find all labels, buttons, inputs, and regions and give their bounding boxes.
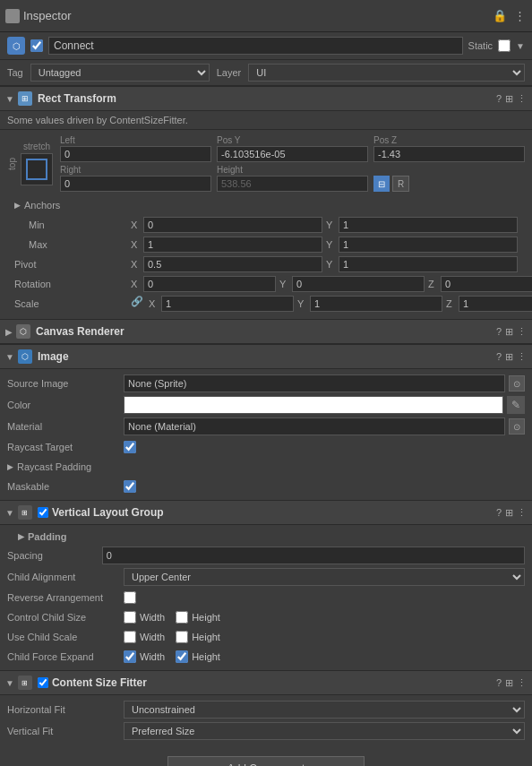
rot-x-label: X — [131, 279, 142, 289]
lock-icon[interactable]: 🔒 — [493, 9, 507, 23]
control-width-checkbox[interactable] — [124, 611, 136, 624]
rect-transform-body: top stretch Left Pos Y Pos Z — [0, 130, 532, 319]
height-input[interactable] — [217, 176, 368, 192]
vlg-header[interactable]: ▼ ⊞ Vertical Layout Group ? ⊞ ⋮ — [0, 500, 532, 525]
canvas-renderer-header[interactable]: ▶ ⬡ Canvas Renderer ? ⊞ ⋮ — [0, 319, 532, 344]
scale-x-input[interactable] — [161, 296, 294, 312]
max-y-label: Y — [326, 239, 337, 250]
spacing-input[interactable] — [102, 547, 525, 564]
anchor-btn-2[interactable]: R — [392, 176, 409, 192]
image-header[interactable]: ▼ ⬡ Image ? ⊞ ⋮ — [0, 344, 532, 369]
color-picker-btn[interactable]: ✎ — [507, 396, 525, 414]
csf-header[interactable]: ▼ ⊞ Content Size Fitter ? ⊞ ⋮ — [0, 670, 532, 695]
vlg-settings[interactable]: ⊞ — [505, 507, 513, 519]
child-alignment-row: Child Alignment Upper Center Upper Left … — [0, 566, 532, 588]
image-menu[interactable]: ⋮ — [517, 351, 527, 363]
force-expand-height-checkbox[interactable] — [176, 650, 188, 663]
tag-select[interactable]: Untagged — [30, 64, 210, 82]
pos-y-input[interactable] — [217, 146, 368, 162]
scale-y-input[interactable] — [310, 296, 442, 312]
rect-transform-menu[interactable]: ⋮ — [517, 93, 527, 105]
image-settings[interactable]: ⊞ — [505, 351, 513, 363]
spacing-label: Spacing — [7, 550, 102, 561]
raycast-padding-arrow[interactable]: ▶ — [7, 462, 13, 471]
anchors-arrow[interactable]: ▶ — [14, 201, 21, 210]
csf-settings[interactable]: ⊞ — [505, 677, 513, 689]
layer-select[interactable]: UI — [248, 64, 525, 82]
maskable-checkbox[interactable] — [124, 480, 136, 493]
csf-help[interactable]: ? — [496, 677, 502, 689]
pivot-x-label: X — [131, 259, 142, 270]
child-alignment-select[interactable]: Upper Center Upper Left Upper Right Midd… — [124, 568, 525, 586]
rect-transform-settings[interactable]: ⊞ — [505, 93, 513, 105]
tag-label: Tag — [7, 67, 23, 78]
anchor-btn-1[interactable]: ⊟ — [373, 176, 390, 192]
rot-y-input[interactable] — [292, 276, 425, 292]
rect-transform-title: Rect Transform — [38, 92, 496, 105]
scale-label: Scale — [14, 298, 131, 309]
max-y-input[interactable] — [339, 237, 518, 253]
csf-menu[interactable]: ⋮ — [517, 677, 527, 689]
image-body: Source Image ⊙ Color ✎ Material ⊙ Raycas… — [0, 369, 532, 500]
min-y-label: Y — [326, 219, 337, 230]
max-x-input[interactable] — [143, 237, 322, 253]
pos-y-label: Pos Y — [217, 135, 368, 145]
min-x-input[interactable] — [143, 217, 322, 233]
menu-icon[interactable]: ⋮ — [512, 9, 527, 23]
rot-z-input[interactable] — [441, 276, 532, 292]
pivot-x-input[interactable] — [143, 256, 322, 272]
rotation-row: Rotation X Y Z — [7, 274, 525, 294]
material-input[interactable] — [124, 417, 505, 435]
pivot-y-input[interactable] — [339, 256, 518, 272]
force-expand-width-checkbox[interactable] — [124, 650, 136, 663]
rect-transform-header[interactable]: ▼ ⊞ Rect Transform ? ⊞ ⋮ — [0, 86, 532, 111]
rect-transform-help[interactable]: ? — [496, 93, 502, 105]
pos-z-input[interactable] — [373, 146, 525, 162]
use-scale-height-checkbox[interactable] — [176, 631, 188, 643]
left-input[interactable] — [60, 146, 211, 162]
anchor-diagram[interactable] — [21, 153, 53, 185]
canvas-renderer-menu[interactable]: ⋮ — [517, 326, 527, 338]
anchors-min-row: Min X Y — [7, 215, 525, 235]
source-image-input[interactable] — [124, 374, 505, 392]
csf-body: Horizontal Fit Unconstrained Min Size Pr… — [0, 695, 532, 745]
min-y-input[interactable] — [339, 217, 518, 233]
vlg-enabled-checkbox[interactable] — [38, 507, 48, 518]
horizontal-fit-select[interactable]: Unconstrained Min Size Preferred Size — [124, 701, 525, 719]
vlg-help[interactable]: ? — [496, 507, 502, 519]
image-icon: ⬡ — [18, 349, 32, 364]
canvas-renderer-arrow: ▶ — [5, 327, 13, 337]
maskable-row: Maskable — [0, 477, 532, 496]
canvas-renderer-help[interactable]: ? — [496, 326, 502, 338]
scale-z-input[interactable] — [459, 296, 532, 312]
right-input[interactable] — [60, 176, 211, 192]
raycast-target-label: Raycast Target — [7, 442, 124, 452]
vlg-menu[interactable]: ⋮ — [517, 507, 527, 519]
static-dropdown-arrow[interactable]: ▼ — [516, 41, 525, 51]
csf-enabled-checkbox[interactable] — [38, 677, 48, 688]
image-help[interactable]: ? — [496, 351, 502, 363]
object-icon: ⬡ — [7, 37, 25, 55]
vertical-fit-select[interactable]: Unconstrained Min Size Preferred Size — [124, 722, 525, 740]
control-height-checkbox[interactable] — [176, 611, 188, 624]
color-swatch[interactable] — [124, 396, 503, 414]
use-scale-width-label: Width — [140, 632, 165, 642]
object-header: ⬡ Static ▼ — [0, 32, 532, 60]
raycast-target-checkbox[interactable] — [124, 441, 136, 453]
object-name-input[interactable] — [48, 37, 463, 55]
padding-header[interactable]: ▶ Padding — [0, 529, 532, 545]
rot-x-input[interactable] — [143, 276, 276, 292]
static-checkbox[interactable] — [498, 39, 511, 52]
anchors-max-row: Max X Y — [7, 235, 525, 254]
reverse-arrangement-checkbox[interactable] — [124, 591, 136, 604]
scale-row: Scale 🔗 X Y Z — [7, 294, 525, 314]
use-scale-width-checkbox[interactable] — [124, 631, 136, 643]
add-component-button[interactable]: Add Component — [167, 756, 365, 766]
control-height-label: Height — [192, 612, 220, 623]
source-image-select-btn[interactable]: ⊙ — [509, 375, 525, 392]
material-select-btn[interactable]: ⊙ — [509, 418, 525, 435]
object-active-checkbox[interactable] — [30, 39, 43, 52]
rot-z-label: Z — [428, 279, 439, 289]
canvas-renderer-settings[interactable]: ⊞ — [505, 326, 513, 338]
image-title: Image — [38, 350, 496, 363]
